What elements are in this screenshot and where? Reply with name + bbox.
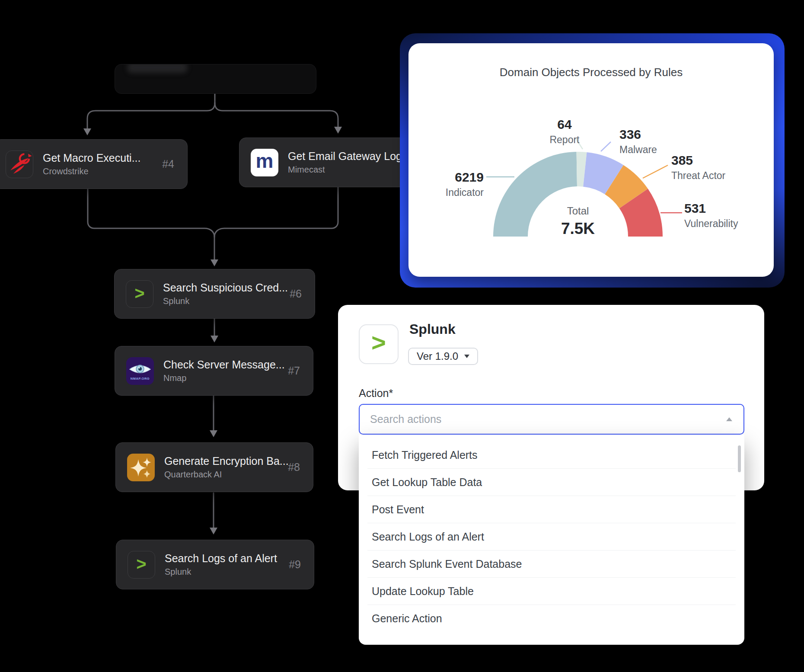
node-title: Generate Encryption Ba... (164, 455, 288, 467)
segment-value: 64 (539, 117, 590, 132)
nmap-org-caption: NMAP.ORG (131, 377, 150, 381)
splunk-chevron-icon: > (126, 280, 153, 308)
option-post-event[interactable]: Post Event (359, 496, 744, 523)
workflow-node-check-server-message[interactable]: NMAP.ORG Check Server Message... Nmap #7 (115, 346, 313, 396)
option-update-lookup-table[interactable]: Update Lookup Table (359, 578, 744, 605)
required-marker: * (389, 387, 393, 399)
segment-value: 6219 (408, 170, 484, 185)
action-search-input[interactable] (360, 413, 726, 426)
segment-value: 385 (671, 153, 725, 168)
node-title: Get Email Gateway Log (288, 150, 402, 163)
action-options-dropdown: Fetch Triggered Alerts Get Lookup Table … (359, 435, 744, 645)
node-title: Search Suspicious Cred... (163, 282, 288, 294)
option-search-logs-of-an-alert[interactable]: Search Logs of an Alert (359, 523, 744, 550)
node-app: Splunk (165, 567, 277, 577)
splunk-chevron-icon: > (128, 551, 155, 579)
workflow-node-get-macro-execution[interactable]: Get Macro Executi... Crowdstrike #4 (0, 139, 188, 189)
workflow-node-faded[interactable] (115, 64, 316, 94)
node-title: Check Server Message... (163, 358, 285, 371)
node-number: #7 (288, 365, 313, 377)
workflow-node-generate-encryption[interactable]: Generate Encryption Ba... Quarterback AI… (115, 442, 313, 492)
arrowhead-icon (211, 259, 218, 266)
leader-line (601, 142, 611, 151)
splunk-logo-icon: > (359, 324, 399, 364)
option-search-splunk-event-database[interactable]: Search Splunk Event Database (359, 550, 744, 577)
segment-name: Threat Actor (671, 170, 725, 182)
nmap-eye-icon: NMAP.ORG (126, 357, 154, 385)
segment-name: Indicator (408, 187, 484, 198)
app-name: Splunk (409, 321, 456, 337)
option-generic-action[interactable]: Generic Action (359, 605, 744, 632)
node-app: Quarterback AI (164, 470, 288, 480)
node-app: Nmap (163, 373, 285, 383)
arrowhead-icon (334, 127, 342, 134)
action-field-label: Action* (359, 387, 393, 400)
node-number: #4 (162, 158, 187, 170)
segment-label-malware: 336 Malware (619, 127, 657, 156)
version-label: Ver 1.9.0 (417, 350, 458, 362)
workflow-node-search-logs-of-alert[interactable]: > Search Logs of an Alert Splunk #9 (116, 540, 314, 589)
option-fetch-triggered-alerts[interactable]: Fetch Triggered Alerts (359, 442, 744, 468)
total-label: Total (535, 205, 621, 217)
option-get-lookup-table-data[interactable]: Get Lookup Table Data (359, 469, 744, 496)
action-search-box (359, 404, 744, 435)
segment-label-indicator: 6219 Indicator (408, 170, 484, 198)
node-title: Search Logs of an Alert (165, 552, 277, 565)
segment-name: Report (539, 134, 590, 146)
segment-name: Vulnerability (684, 218, 738, 230)
segment-value: 531 (684, 201, 738, 216)
node-app: Crowdstrike (43, 166, 140, 176)
node-app: Mimecast (288, 165, 402, 175)
chevron-up-icon[interactable] (726, 417, 732, 421)
faded-node-glow (127, 64, 188, 73)
segment-name: Malware (619, 144, 657, 156)
segment-value: 336 (619, 127, 657, 142)
node-app: Splunk (163, 296, 288, 306)
arrowhead-icon (83, 128, 91, 135)
domain-objects-chart-card: Domain Objects Processed by Rules 6219 I… (408, 43, 774, 277)
workflow-node-search-suspicious-credentials[interactable]: > Search Suspicious Cred... Splunk #6 (114, 269, 315, 319)
sparkles-icon (127, 454, 155, 481)
mimecast-logo-icon: m (251, 149, 278, 176)
arrowhead-icon (210, 430, 217, 437)
chevron-down-icon (464, 355, 469, 358)
arrowhead-icon (210, 528, 217, 534)
node-title: Get Macro Executi... (43, 152, 140, 164)
crowdstrike-falcon-icon (6, 150, 33, 178)
segment-label-threat-actor: 385 Threat Actor (671, 153, 725, 182)
node-number: #6 (290, 288, 315, 300)
arrowhead-icon (211, 336, 218, 342)
node-number: #9 (289, 558, 314, 571)
total-value: 7.5K (535, 220, 621, 238)
segment-label-vulnerability: 531 Vulnerability (684, 201, 738, 230)
screen: Get Macro Executi... Crowdstrike #4 m Ge… (0, 0, 804, 672)
leader-line (643, 165, 668, 178)
node-number: #8 (288, 461, 313, 474)
version-dropdown[interactable]: Ver 1.9.0 (408, 348, 478, 365)
dropdown-scrollbar[interactable] (738, 445, 741, 472)
segment-label-report: 64 Report (539, 117, 590, 146)
gauge-total: Total 7.5K (535, 205, 621, 238)
